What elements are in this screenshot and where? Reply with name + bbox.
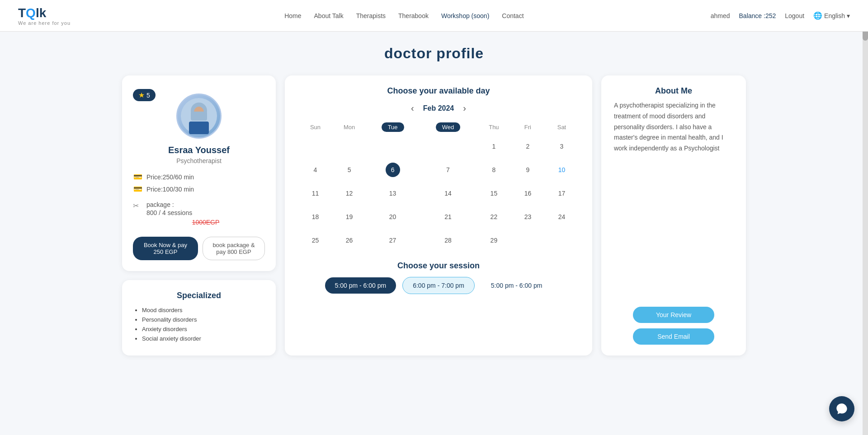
nav-about[interactable]: About Talk [314,12,344,19]
price-30-text: Price:100/30 min [146,186,194,193]
calendar-day-cell[interactable]: 17 [545,182,579,205]
header-right: ahmed Balance :252 Logout 🌐 English ▾ [711,11,850,20]
svg-rect-5 [191,112,207,121]
slot-button-2[interactable]: 6:00 pm - 7:00 pm [402,277,475,294]
svg-rect-6 [189,122,209,134]
calendar-week-row: 11121314151617 [298,182,579,205]
nav-contact[interactable]: Contact [502,12,524,19]
price-row-60: 💳 Price:250/60 min [133,173,265,181]
calendar-day-cell[interactable]: 2 [511,135,545,158]
your-review-button[interactable]: Your Review [633,307,714,323]
calendar-day-cell[interactable]: 19 [332,205,366,229]
calendar-day-cell[interactable]: 10 [545,158,579,182]
calendar-day-cell[interactable]: 13 [366,182,419,205]
credit-card-icon: 💳 [133,173,143,181]
balance: Balance :252 [739,12,776,19]
calendar-day-cell[interactable]: 16 [511,182,545,205]
specialized-title: Specialized [133,291,265,300]
day-header-wed: Wed [419,120,477,135]
avatar [176,94,222,139]
calendar-day-cell[interactable]: 15 [477,182,511,205]
calendar-week-row: 2526272829 [298,229,579,252]
avatar-image [181,98,217,134]
left-column: ★ 5 Esraa Youssef Psychotherapi [122,75,276,355]
main-nav: Home About Talk Therapists Therabook Wor… [284,12,524,19]
slot-button-1[interactable]: 5:00 pm - 6:00 pm [325,277,396,294]
logout-button[interactable]: Logout [785,12,804,19]
calendar-day-cell[interactable]: 28 [419,229,477,252]
globe-icon: 🌐 [813,11,822,20]
scrollbar[interactable] [863,0,868,369]
calendar-body: 1234567891011121314151617181920212223242… [298,135,579,252]
calendar-day-cell[interactable]: 22 [477,205,511,229]
calendar-day-cell[interactable]: 9 [511,158,545,182]
next-month-button[interactable]: › [463,103,466,113]
calendar-month: Feb 2024 [423,104,454,112]
calendar-week-row: 45678910 [298,158,579,182]
nav-therapists[interactable]: Therapists [356,12,386,19]
calendar-day-cell[interactable]: 7 [419,158,477,182]
calendar-day-cell[interactable]: 1 [477,135,511,158]
calendar-day-cell [511,229,545,252]
session-title: Choose your session [298,261,579,271]
slot-button-3[interactable]: 5:00 pm - 6:00 pm [481,277,552,294]
price-row-30: 💳 Price:100/30 min [133,185,265,193]
calendar-day-cell[interactable]: 8 [477,158,511,182]
calendar-day-cell[interactable]: 21 [419,205,477,229]
book-package-button[interactable]: book package & pay 800 EGP [203,237,265,260]
rating-value: 5 [146,92,150,99]
about-me-inner: About Me A psychotherapist specializing … [614,86,733,345]
calendar-title: Choose your available day [298,86,579,96]
nav-workshop[interactable]: Workshop (soon) [441,12,489,19]
price-60-text: Price:250/60 min [146,173,194,181]
book-now-button[interactable]: Book Now & pay 250 EGP [133,237,198,260]
page-title: doctor profile [0,32,868,71]
calendar-day-cell[interactable]: 12 [332,182,366,205]
list-item: Social anxiety disorder [142,335,265,342]
nav-therabook[interactable]: Therabook [398,12,429,19]
day-header-sat: Sat [545,120,579,135]
send-email-button[interactable]: Send Email [633,328,714,345]
calendar-nav: ‹ Feb 2024 › [298,103,579,113]
package-row: ✂ package : 800 / 4 sessions [133,201,265,217]
day-header-fri: Fri [511,120,545,135]
calendar-day-cell[interactable]: 11 [298,182,332,205]
calendar-day-cell[interactable]: 26 [332,229,366,252]
calendar-header-row: Sun Mon Tue Wed Thu Fri Sat [298,120,579,135]
specialized-card: Specialized Mood disorders Personality d… [122,280,276,355]
calendar-day-cell[interactable]: 27 [366,229,419,252]
about-me-card: About Me A psychotherapist specializing … [601,75,746,355]
package-detail: 800 / 4 sessions [146,209,192,216]
language-selector[interactable]: 🌐 English ▾ [813,11,850,20]
session-slots: 5:00 pm - 6:00 pm 6:00 pm - 7:00 pm 5:00… [298,277,579,294]
calendar-day-cell[interactable]: 29 [477,229,511,252]
list-item: Anxiety disorders [142,326,265,332]
specialized-list: Mood disorders Personality disorders Anx… [133,307,265,342]
calendar-day-cell[interactable]: 23 [511,205,545,229]
doctor-name: Esraa Youssef [168,145,230,155]
calendar-day-cell[interactable]: 14 [419,182,477,205]
calendar-day-cell[interactable]: 4 [298,158,332,182]
calendar-week-row: 123 [298,135,579,158]
calendar-day-cell[interactable]: 25 [298,229,332,252]
calendar-day-cell[interactable]: 5 [332,158,366,182]
chevron-down-icon: ▾ [847,12,850,19]
nav-home[interactable]: Home [284,12,301,19]
header: TQlk We are here for you Home About Talk… [0,0,868,32]
prev-month-button[interactable]: ‹ [411,103,414,113]
list-item: Mood disorders [142,307,265,313]
calendar-day-cell[interactable]: 24 [545,205,579,229]
calendar-day-cell [298,135,332,158]
calendar-day-cell [419,135,477,158]
calendar-day-cell[interactable]: 20 [366,205,419,229]
about-me-title: About Me [614,86,733,96]
calendar-day-cell[interactable]: 18 [298,205,332,229]
calendar-day-cell[interactable]: 3 [545,135,579,158]
calendar-day-cell [545,229,579,252]
doctor-specialty: Psychotherapist [176,157,222,164]
credit-card-icon-2: 💳 [133,185,143,193]
list-item: Personality disorders [142,316,265,323]
calendar-day-cell[interactable]: 6 [366,158,419,182]
calendar-card: Choose your available day ‹ Feb 2024 › S… [285,75,592,355]
main-content: ★ 5 Esraa Youssef Psychotherapi [95,71,773,369]
